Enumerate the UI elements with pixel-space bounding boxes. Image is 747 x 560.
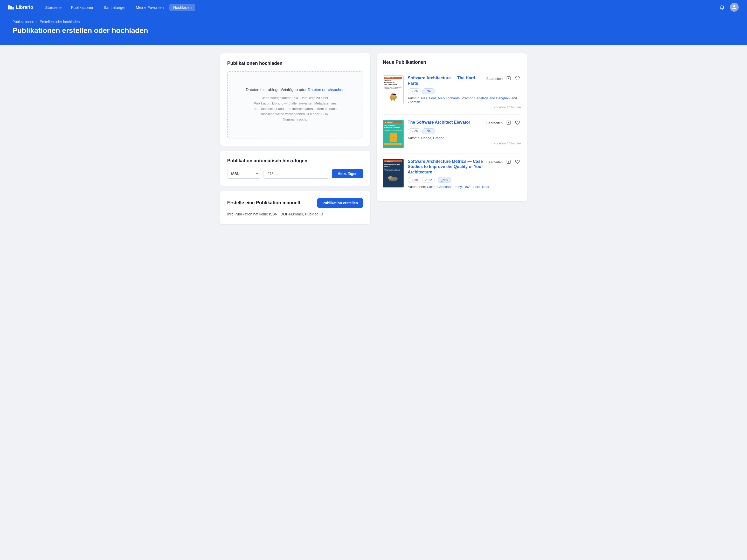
bell-icon bbox=[720, 5, 725, 10]
animal-illustration bbox=[386, 172, 401, 182]
add-to-collection-button-3[interactable] bbox=[505, 159, 512, 165]
pub-authors-3: Autor:innen: Ciceri, Christian, Farley, … bbox=[408, 185, 521, 189]
pub-actions-1: Bearbeiten bbox=[486, 76, 521, 82]
isbn-select[interactable]: ISBN DOI PubMed ID bbox=[227, 169, 261, 179]
heart-icon bbox=[515, 120, 520, 125]
user-icon bbox=[732, 5, 737, 10]
navbar: Librario Startseite Publikationen Sammlu… bbox=[0, 0, 747, 15]
main-content: Publikationen hochladen Dateien hier abl… bbox=[207, 45, 540, 233]
favorite-button-2[interactable] bbox=[514, 120, 521, 126]
create-publication-button[interactable]: Publikation erstellen bbox=[317, 198, 363, 208]
breadcrumb-current: Erstellen oder hochladen bbox=[40, 20, 80, 24]
nav-favoriten[interactable]: Meine Favoriten bbox=[132, 4, 168, 11]
breadcrumb-parent[interactable]: Publikationen bbox=[12, 20, 34, 24]
pub-time-2: vor etwa 4 Stunden bbox=[408, 141, 521, 145]
page-title: Publikationen erstellen oder hochladen bbox=[12, 26, 735, 35]
pub-tag-buch: Buch bbox=[408, 177, 420, 183]
pub-tag-buch: Buch bbox=[408, 88, 420, 94]
pub-tag-new: _Neu bbox=[422, 88, 435, 94]
avatar[interactable] bbox=[730, 3, 739, 12]
author-link[interactable]: Gregor bbox=[433, 136, 443, 140]
manual-card: Erstelle eine Publikation manuell Publik… bbox=[220, 191, 370, 224]
upload-dropzone[interactable]: Dateien hier ablegen/einfügen oder Datei… bbox=[227, 71, 363, 138]
doi-link[interactable]: DOI bbox=[280, 212, 287, 216]
breadcrumb: Publikationen › Erstellen oder hochladen bbox=[12, 20, 735, 24]
breadcrumb-separator: › bbox=[36, 20, 37, 24]
cover-title: Software Architecture:The Hard Parts bbox=[384, 79, 402, 86]
edit-button-2[interactable]: Bearbeiten bbox=[486, 121, 503, 126]
pub-info-1: Software Architecture — The Hard Parts B… bbox=[408, 76, 521, 109]
notification-button[interactable] bbox=[717, 3, 727, 12]
isbn-select-wrapper: ISBN DOI PubMed ID ▾ bbox=[227, 169, 261, 179]
pub-info-3: Software Architecture Metrics — Case Stu… bbox=[408, 159, 521, 190]
add-collection-icon bbox=[506, 120, 511, 125]
pub-title-3[interactable]: Software Architecture Metrics — Case Stu… bbox=[408, 159, 484, 175]
header-section: Publikationen › Erstellen oder hochladen… bbox=[0, 15, 747, 45]
pub-cover-1: O'REILLY Software Architecture:The Hard … bbox=[383, 76, 404, 104]
author-link[interactable]: Farley bbox=[453, 185, 462, 189]
add-to-collection-button-1[interactable] bbox=[505, 76, 512, 82]
nav-startseite[interactable]: Startseite bbox=[42, 4, 65, 11]
left-column: Publikationen hochladen Dateien hier abl… bbox=[220, 53, 370, 224]
pub-actions-2: Bearbeiten bbox=[486, 120, 521, 126]
publications-card-title: Neue Publikationen bbox=[383, 60, 521, 65]
isbn-link[interactable]: ISBN bbox=[269, 212, 278, 216]
author-link[interactable]: Zhamak bbox=[408, 100, 420, 104]
logo[interactable]: Librario bbox=[8, 5, 33, 10]
upload-card-title: Publikationen hochladen bbox=[227, 61, 363, 66]
bird-illustration bbox=[387, 90, 400, 101]
svg-point-17 bbox=[389, 177, 389, 177]
pub-item: O'REILLY Software Architecture Metrics C… bbox=[383, 154, 521, 195]
upload-browse-link[interactable]: Dateien durchsuchen bbox=[308, 87, 344, 92]
nav-sammlungen[interactable]: Sammlungen bbox=[100, 4, 130, 11]
oreilly-badge: O'REILLY bbox=[384, 121, 402, 123]
svg-rect-5 bbox=[394, 99, 395, 101]
door-illustration bbox=[390, 133, 397, 142]
pub-info-2: The Software Architect Elevator Bearbeit… bbox=[408, 120, 521, 148]
manual-card-header: Erstelle eine Publikation manuell Publik… bbox=[227, 198, 363, 208]
edit-button-1[interactable]: Bearbeiten bbox=[486, 76, 503, 81]
cover-subtitle: Case Studies to Improve the Quality of Y… bbox=[384, 168, 402, 171]
pub-title-1[interactable]: Software Architecture — The Hard Parts bbox=[408, 76, 484, 86]
pub-tags-2: Buch _Neu bbox=[408, 128, 521, 134]
pub-authors-2: Autor:in: Hohpe, Gregor bbox=[408, 136, 521, 140]
auto-add-card: Publikation automatisch hinzufügen ISBN … bbox=[220, 151, 370, 186]
upload-main-text: Dateien hier ablegen/einfügen oder Datei… bbox=[236, 87, 354, 92]
upload-card: Publikationen hochladen Dateien hier abl… bbox=[220, 53, 370, 146]
svg-point-6 bbox=[392, 94, 393, 95]
add-to-collection-button-2[interactable] bbox=[505, 120, 512, 126]
cover-subtitle: Modern Trade-Off Analyses for Distribute… bbox=[384, 86, 402, 89]
manual-card-title: Erstelle eine Publikation manuell bbox=[227, 200, 300, 206]
author-link[interactable]: Hohpe bbox=[421, 136, 431, 140]
cover-subtitle: Redefining the Architect's Role bbox=[384, 129, 402, 131]
cover-title: Software Architecture Metrics bbox=[384, 164, 402, 168]
nav-publikationen[interactable]: Publikationen bbox=[67, 4, 98, 11]
pub-cover-2: O'REILLY The Software Architect Elevator… bbox=[383, 120, 404, 148]
pub-info-top: Software Architecture — The Hard Parts B… bbox=[408, 76, 521, 86]
pub-time-1: vor etwa 4 Stunden bbox=[408, 106, 521, 109]
author-link[interactable]: Neal Ford bbox=[421, 96, 436, 100]
favorite-button-1[interactable] bbox=[514, 76, 521, 82]
isbn-input[interactable] bbox=[263, 169, 329, 179]
pub-tags-1: Buch _Neu bbox=[408, 88, 521, 94]
pub-tags-3: Buch 2022 _Neu bbox=[408, 177, 521, 183]
svg-point-3 bbox=[393, 94, 396, 95]
author-link[interactable]: Dave, Ford, Neal bbox=[464, 185, 489, 189]
author-link[interactable]: Pramod Sadalage and Dehghani bbox=[461, 96, 511, 100]
nav-hochladen[interactable]: Hochladen bbox=[170, 4, 195, 11]
favorite-button-3[interactable] bbox=[514, 159, 521, 165]
pub-title-2[interactable]: The Software Architect Elevator bbox=[408, 120, 470, 125]
edit-button-3[interactable]: Bearbeiten bbox=[486, 160, 503, 165]
author-link[interactable]: Ciceri bbox=[427, 185, 436, 189]
add-button[interactable]: Hinzufügen bbox=[332, 169, 363, 178]
pub-tag-year: 2022 bbox=[422, 177, 435, 183]
pub-item: O'REILLY The Software Architect Elevator… bbox=[383, 114, 521, 154]
cover-title: The Software Architect Elevator bbox=[384, 125, 402, 129]
author-link[interactable]: Christian bbox=[437, 185, 450, 189]
pub-info-top: Software Architecture Metrics — Case Stu… bbox=[408, 159, 521, 175]
pub-item: O'REILLY Software Architecture:The Hard … bbox=[383, 70, 521, 114]
oreilly-badge: O'REILLY bbox=[384, 77, 402, 79]
add-collection-icon bbox=[506, 159, 511, 164]
author-link[interactable]: Mark Richards bbox=[438, 96, 460, 100]
add-collection-icon bbox=[506, 76, 511, 81]
